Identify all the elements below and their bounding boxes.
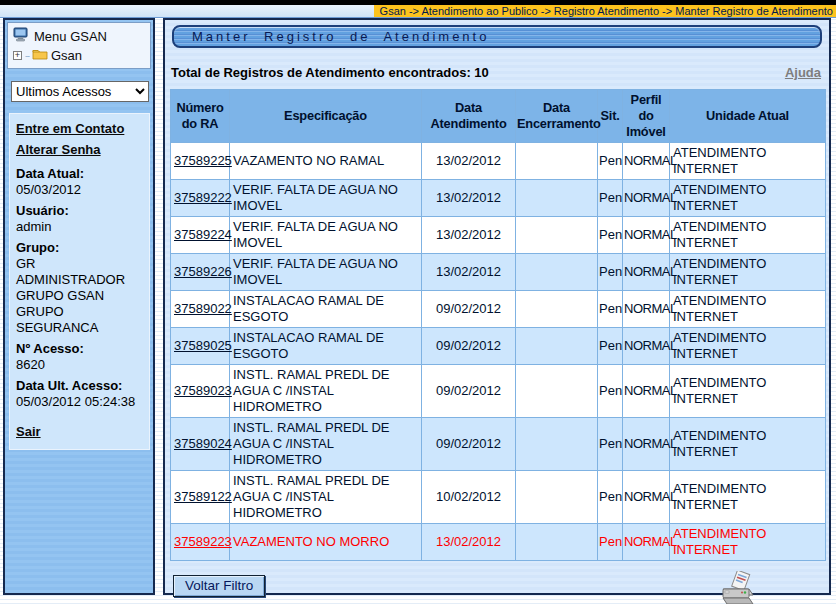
- situacao-cell: Pen: [598, 471, 623, 524]
- col-header-numero-ra: Número do RA: [171, 90, 230, 143]
- user-info-panel: Entre em Contato Alterar Senha Data Atua…: [9, 113, 150, 450]
- situacao-cell: Pen: [598, 254, 623, 291]
- data-encerramento-cell: [516, 291, 598, 328]
- col-header-unidade-atual: Unidade Atual: [670, 90, 826, 143]
- total-records-label: Total de Registros de Atendimento encont…: [171, 65, 489, 80]
- computer-icon: [13, 27, 29, 45]
- especificacao-cell: INSTL. RAMAL PREDL DE AGUA C /INSTAL HID…: [230, 365, 422, 418]
- unidade-atual-cell: ATENDIMENTO INTERNET: [670, 471, 826, 524]
- folder-icon: [32, 48, 48, 63]
- page-title: Manter Registro de Atendimento: [172, 25, 822, 48]
- data-encerramento-cell: [516, 254, 598, 291]
- data-atendimento-cell: 13/02/2012: [422, 143, 516, 180]
- printer-icon[interactable]: [719, 571, 757, 604]
- data-encerramento-cell: [516, 143, 598, 180]
- table-row: 37589024 INSTL. RAMAL PREDL DE AGUA C /I…: [171, 418, 826, 471]
- table-row: 37589022 INSTALACAO RAMAL DE ESGOTO 09/0…: [171, 291, 826, 328]
- voltar-filtro-button[interactable]: Voltar Filtro: [173, 575, 265, 597]
- especificacao-cell: INSTL. RAMAL PREDL DE AGUA C /INSTAL HID…: [230, 418, 422, 471]
- perfil-imovel-cell: NORMAL: [623, 524, 670, 561]
- ra-number-link[interactable]: 37589224: [174, 227, 232, 242]
- col-header-data-atendimento: Data Atendimento: [422, 90, 516, 143]
- col-header-perfil-imovel: Perfil do Imóvel: [623, 90, 670, 143]
- menu-root[interactable]: Menu GSAN: [13, 27, 145, 45]
- tree-connector: --: [25, 51, 29, 61]
- table-row: 37589226 VERIF. FALTA DE AGUA NO IMOVEL …: [171, 254, 826, 291]
- unidade-atual-cell: ATENDIMENTO INTERNET: [670, 254, 826, 291]
- current-date-item: Data Atual: 05/03/2012: [16, 166, 144, 198]
- sidebar: Menu GSAN + -- Gsan Ultimos Acessos Ent: [3, 18, 155, 595]
- help-link[interactable]: Ajuda: [785, 65, 821, 80]
- especificacao-cell: VERIF. FALTA DE AGUA NO IMOVEL: [230, 180, 422, 217]
- especificacao-cell: INSTALACAO RAMAL DE ESGOTO: [230, 291, 422, 328]
- data-atendimento-cell: 13/02/2012: [422, 217, 516, 254]
- perfil-imovel-cell: NORMAL: [623, 143, 670, 180]
- ra-number-link[interactable]: 37589022: [174, 301, 232, 316]
- situacao-cell: Pen: [598, 217, 623, 254]
- ra-number-link[interactable]: 37589025: [174, 338, 232, 353]
- especificacao-cell: INSTALACAO RAMAL DE ESGOTO: [230, 328, 422, 365]
- tree-item-gsan[interactable]: + -- Gsan: [13, 48, 145, 63]
- data-encerramento-cell: [516, 328, 598, 365]
- perfil-imovel-cell: NORMAL: [623, 365, 670, 418]
- unidade-atual-cell: ATENDIMENTO INTERNET: [670, 524, 826, 561]
- unidade-atual-cell: ATENDIMENTO INTERNET: [670, 180, 826, 217]
- data-encerramento-cell: [516, 180, 598, 217]
- ra-number-link[interactable]: 37589023: [174, 383, 232, 398]
- perfil-imovel-cell: NORMAL: [623, 471, 670, 524]
- perfil-imovel-cell: NORMAL: [623, 418, 670, 471]
- data-atendimento-cell: 10/02/2012: [422, 471, 516, 524]
- situacao-cell: Pen: [598, 180, 623, 217]
- perfil-imovel-cell: NORMAL: [623, 217, 670, 254]
- group-value: GR ADMINISTRADOR GRUPO GSAN GRUPO SEGURA…: [16, 256, 144, 336]
- last-access-label: Data Ult. Acesso:: [16, 378, 144, 394]
- change-password-link[interactable]: Alterar Senha: [16, 142, 101, 157]
- situacao-cell: Pen: [598, 524, 623, 561]
- perfil-imovel-cell: NORMAL: [623, 328, 670, 365]
- col-header-sit: Sit.: [598, 90, 623, 143]
- table-row: 37589222 VERIF. FALTA DE AGUA NO IMOVEL …: [171, 180, 826, 217]
- data-atendimento-cell: 09/02/2012: [422, 291, 516, 328]
- perfil-imovel-cell: NORMAL: [623, 180, 670, 217]
- contact-link[interactable]: Entre em Contato: [16, 121, 124, 136]
- group-item: Grupo: GR ADMINISTRADOR GRUPO GSAN GRUPO…: [16, 240, 144, 336]
- table-row: 37589122 INSTL. RAMAL PREDL DE AGUA C /I…: [171, 471, 826, 524]
- unidade-atual-cell: ATENDIMENTO INTERNET: [670, 328, 826, 365]
- ra-number-link[interactable]: 37589222: [174, 190, 232, 205]
- logout-link[interactable]: Sair: [16, 424, 41, 439]
- situacao-cell: Pen: [598, 143, 623, 180]
- especificacao-cell: VAZAMENTO NO MORRO: [230, 524, 422, 561]
- perfil-imovel-cell: NORMAL: [623, 291, 670, 328]
- ra-number-link[interactable]: 37589226: [174, 264, 232, 279]
- data-encerramento-cell: [516, 471, 598, 524]
- ra-table: Número do RA Especificação Data Atendime…: [170, 89, 826, 561]
- data-atendimento-cell: 09/02/2012: [422, 365, 516, 418]
- table-header-row: Número do RA Especificação Data Atendime…: [171, 90, 826, 143]
- recent-access-select[interactable]: Ultimos Acessos: [11, 81, 149, 102]
- access-number-label: Nº Acesso:: [16, 341, 144, 357]
- unidade-atual-cell: ATENDIMENTO INTERNET: [670, 418, 826, 471]
- col-header-especificacao: Especificação: [230, 90, 422, 143]
- ra-number-link[interactable]: 37589223: [174, 534, 232, 549]
- data-encerramento-cell: [516, 524, 598, 561]
- tree-item-label: Gsan: [51, 48, 82, 63]
- menu-tree-panel: Menu GSAN + -- Gsan: [7, 22, 151, 69]
- table-row: 37589025 INSTALACAO RAMAL DE ESGOTO 09/0…: [171, 328, 826, 365]
- perfil-imovel-cell: NORMAL: [623, 254, 670, 291]
- current-date-label: Data Atual:: [16, 166, 144, 182]
- especificacao-cell: INSTL. RAMAL PREDL DE AGUA C /INSTAL HID…: [230, 471, 422, 524]
- tree-expand-icon[interactable]: +: [13, 51, 22, 60]
- ra-number-link[interactable]: 37589024: [174, 436, 232, 451]
- gsan-page: Gsan -> Atendimento ao Publico -> Regist…: [0, 0, 836, 604]
- data-atendimento-cell: 09/02/2012: [422, 328, 516, 365]
- last-access-item: Data Ult. Acesso: 05/03/2012 05:24:38: [16, 378, 144, 410]
- ra-number-link[interactable]: 37589122: [174, 489, 232, 504]
- access-number-item: Nº Acesso: 8620: [16, 341, 144, 373]
- unidade-atual-cell: ATENDIMENTO INTERNET: [670, 217, 826, 254]
- ra-number-link[interactable]: 37589225: [174, 153, 232, 168]
- situacao-cell: Pen: [598, 328, 623, 365]
- access-number-value: 8620: [16, 357, 144, 373]
- situacao-cell: Pen: [598, 291, 623, 328]
- data-encerramento-cell: [516, 418, 598, 471]
- menu-root-label: Menu GSAN: [34, 29, 107, 44]
